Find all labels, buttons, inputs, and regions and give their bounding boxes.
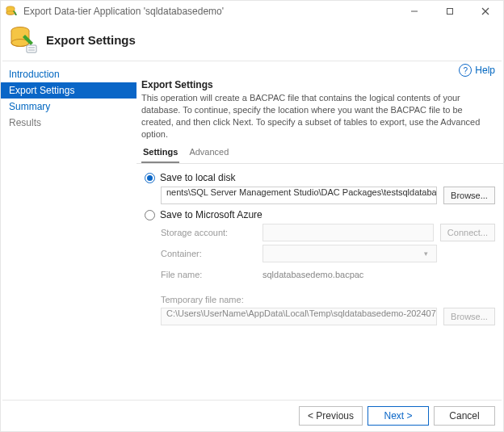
svg-rect-8 bbox=[27, 45, 36, 52]
close-button[interactable] bbox=[468, 1, 503, 22]
header: Export Settings bbox=[1, 22, 503, 61]
storage-account-label: Storage account: bbox=[161, 228, 256, 237]
container-label: Container: bbox=[161, 249, 256, 258]
chevron-down-icon: ▾ bbox=[420, 250, 431, 258]
app-icon bbox=[6, 5, 19, 18]
radio-azure-icon bbox=[145, 210, 155, 220]
temp-path-input: C:\Users\UserName\AppData\Local\Temp\sql… bbox=[161, 308, 437, 325]
window-title: Export Data-tier Application 'sqldatabas… bbox=[23, 6, 397, 17]
radio-azure[interactable]: Save to Microsoft Azure bbox=[145, 209, 495, 220]
radio-local-disk[interactable]: Save to local disk bbox=[145, 172, 495, 183]
temp-filename-label: Temporary file name: bbox=[161, 295, 244, 304]
local-path-input[interactable]: nents\SQL Server Management Studio\DAC P… bbox=[161, 187, 437, 204]
content: ? Help Export Settings This operation wi… bbox=[136, 61, 503, 400]
tab-settings[interactable]: Settings bbox=[141, 145, 179, 163]
sidebar-item-results: Results bbox=[1, 115, 136, 131]
sidebar-item-export-settings[interactable]: Export Settings bbox=[1, 82, 136, 99]
section-title: Export Settings bbox=[136, 79, 503, 92]
tabs: Settings Advanced bbox=[136, 145, 503, 164]
container-dropdown: ▾ bbox=[262, 245, 437, 262]
page-title: Export Settings bbox=[46, 33, 136, 47]
sidebar: Introduction Export Settings Summary Res… bbox=[1, 61, 136, 400]
tab-advanced[interactable]: Advanced bbox=[187, 145, 230, 163]
minimize-button[interactable] bbox=[397, 1, 432, 22]
radio-local-disk-icon bbox=[145, 173, 155, 183]
filename-label: File name: bbox=[161, 270, 256, 279]
previous-button[interactable]: < Previous bbox=[299, 406, 363, 426]
help-icon[interactable]: ? bbox=[459, 64, 472, 77]
title-bar: Export Data-tier Application 'sqldatabas… bbox=[1, 1, 503, 22]
radio-local-disk-label: Save to local disk bbox=[160, 172, 235, 183]
next-button[interactable]: Next > bbox=[368, 406, 429, 426]
help-link[interactable]: Help bbox=[475, 65, 495, 76]
sidebar-item-summary[interactable]: Summary bbox=[1, 99, 136, 115]
window: Export Data-tier Application 'sqldatabas… bbox=[0, 0, 504, 432]
maximize-button[interactable] bbox=[432, 1, 468, 22]
cancel-button[interactable]: Cancel bbox=[434, 406, 495, 426]
db-export-icon bbox=[9, 25, 38, 54]
footer: < Previous Next > Cancel bbox=[1, 401, 503, 431]
browse-local-button[interactable]: Browse... bbox=[443, 187, 495, 204]
filename-value: sqldatabasedemo.bacpac bbox=[262, 266, 437, 283]
section-description: This operation will create a BACPAC file… bbox=[136, 92, 503, 145]
sidebar-item-introduction[interactable]: Introduction bbox=[1, 66, 136, 82]
connect-azure-button: Connect... bbox=[440, 224, 495, 241]
svg-rect-3 bbox=[447, 9, 453, 15]
settings-panel: Save to local disk nents\SQL Server Mana… bbox=[136, 164, 503, 400]
browse-temp-button: Browse... bbox=[443, 308, 495, 325]
storage-account-field bbox=[262, 224, 434, 241]
radio-azure-label: Save to Microsoft Azure bbox=[160, 209, 262, 220]
